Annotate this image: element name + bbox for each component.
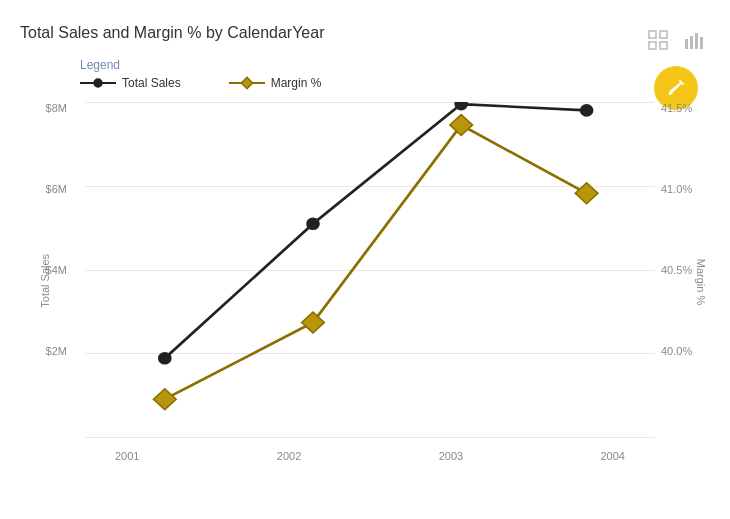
toolbar-icons <box>642 24 710 56</box>
grid-view-button[interactable] <box>642 24 674 56</box>
x-label-2004: 2004 <box>600 450 624 462</box>
y-axis-left-label: Total Sales <box>39 254 51 308</box>
chart-svg <box>85 102 655 438</box>
plot-area: 2001 2002 2003 2004 <box>85 102 655 462</box>
y-axis-right-wrapper: 41.5% 41.0% 40.5% 40.0% x Margin % <box>655 102 710 462</box>
y-axis-left-wrapper: $8M $6M $4M $2M x Total Sales <box>20 102 85 462</box>
y-right-tick-405: 40.5% <box>661 264 692 276</box>
svg-rect-5 <box>690 36 693 49</box>
toolbar <box>642 24 710 110</box>
x-axis-labels: 2001 2002 2003 2004 <box>85 450 655 462</box>
ts-marker-2003 <box>456 102 467 109</box>
legend-margin-pct: Margin % <box>229 76 322 90</box>
svg-rect-3 <box>660 42 667 49</box>
y-left-tick-8m: $8M <box>46 102 67 114</box>
ts-marker-2002 <box>307 219 318 230</box>
svg-rect-6 <box>695 33 698 49</box>
total-sales-line <box>165 104 587 358</box>
y-right-tick-400: 40.0% <box>661 345 692 357</box>
ts-marker-2004 <box>581 105 592 116</box>
bar-chart-button[interactable] <box>678 24 710 56</box>
svg-point-9 <box>94 79 102 87</box>
legend-total-sales-label: Total Sales <box>122 76 181 90</box>
mp-marker-2003 <box>450 115 473 136</box>
y-left-tick-6m: $6M <box>46 183 67 195</box>
chart-area: $8M $6M $4M $2M x Total Sales <box>20 102 710 462</box>
legend-label: Legend <box>80 58 710 72</box>
dashboard-container: Total Sales and Margin % by CalendarYear <box>0 0 730 519</box>
svg-rect-4 <box>685 39 688 49</box>
svg-rect-2 <box>649 42 656 49</box>
svg-rect-0 <box>649 31 656 38</box>
chart-title: Total Sales and Margin % by CalendarYear <box>20 24 710 42</box>
margin-pct-line <box>165 125 587 399</box>
ts-marker-2001 <box>159 353 170 364</box>
svg-rect-11 <box>241 77 252 88</box>
x-label-2002: 2002 <box>277 450 301 462</box>
mp-marker-2001 <box>154 389 177 410</box>
y-left-tick-2m: $2M <box>46 345 67 357</box>
mp-marker-2004 <box>575 183 598 204</box>
legend-items: Total Sales Margin % <box>80 76 710 90</box>
y-right-tick-415: 41.5% <box>661 102 692 114</box>
legend-total-sales: Total Sales <box>80 76 181 90</box>
x-label-2001: 2001 <box>115 450 139 462</box>
legend-margin-pct-label: Margin % <box>271 76 322 90</box>
mp-marker-2002 <box>302 312 325 333</box>
y-right-tick-410: 41.0% <box>661 183 692 195</box>
svg-rect-1 <box>660 31 667 38</box>
x-label-2003: 2003 <box>439 450 463 462</box>
svg-rect-7 <box>700 37 703 49</box>
y-axis-right-label: Margin % <box>695 259 707 305</box>
